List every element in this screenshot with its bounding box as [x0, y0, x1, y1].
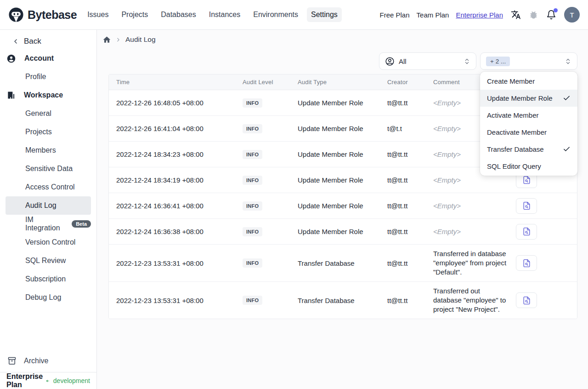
sidebar-item-general[interactable]: General — [6, 104, 91, 123]
audit-comment: Transferred out database "employee" to p… — [433, 282, 516, 319]
speaker-icon — [46, 377, 50, 385]
audit-type-menu: Create MemberUpdate Member RoleActivate … — [480, 72, 577, 176]
sidebar-item-access-control[interactable]: Access Control — [6, 178, 91, 196]
sidebar-item-members[interactable]: Members — [6, 141, 91, 160]
sidebar-item-label: Subscription — [25, 275, 66, 283]
audit-time: 2022-12-26 16:48:05 +08:00 — [116, 99, 243, 107]
menu-item-update-member-role[interactable]: Update Member Role — [480, 90, 577, 107]
sidebar-item-label: Debug Log — [25, 293, 61, 302]
nav-item-instances[interactable]: Instances — [205, 7, 244, 22]
audit-action-cell — [516, 198, 577, 214]
audit-creator: tt@tt.tt — [387, 297, 433, 304]
audit-level-cell: INFO — [243, 296, 298, 305]
brand-name: Bytebase — [28, 8, 77, 22]
sidebar-item-archive[interactable]: Archive — [0, 352, 96, 370]
nav-item-environments[interactable]: Environments — [249, 7, 302, 22]
sidebar-item-sql-review[interactable]: SQL Review — [6, 252, 91, 270]
translate-icon[interactable] — [511, 10, 521, 20]
sidebar-section-workspace: Workspace — [0, 86, 96, 104]
audit-log-page: Bytebase IssuesProjectsDatabasesInstance… — [0, 0, 588, 389]
home-icon[interactable] — [102, 35, 111, 44]
sidebar-item-label: Members — [25, 146, 56, 154]
sidebar-item-label: General — [25, 109, 51, 118]
file-search-icon — [522, 296, 531, 305]
menu-item-label: Deactivate Member — [487, 128, 547, 136]
sidebar-item-sensitive-data[interactable]: Sensitive Data — [6, 160, 91, 178]
menu-item-activate-member[interactable]: Activate Member — [480, 107, 577, 124]
top-navigation: Bytebase IssuesProjectsDatabasesInstance… — [0, 0, 588, 30]
audit-type: Update Member Role — [298, 125, 387, 132]
column-header: Time — [116, 79, 243, 86]
audit-creator: tt@tt.tt — [387, 228, 433, 235]
bug-icon[interactable] — [529, 10, 538, 20]
audit-type: Transfer Database — [298, 297, 387, 304]
audit-comment: Transferred in database "employee" from … — [433, 245, 516, 281]
menu-item-label: SQL Editor Query — [487, 162, 541, 170]
creator-filter-value: All — [399, 57, 459, 65]
nav-item-issues[interactable]: Issues — [83, 7, 113, 22]
view-log-detail-button[interactable] — [516, 198, 537, 214]
view-log-detail-button[interactable] — [516, 292, 537, 308]
audit-time: 2022-12-24 16:36:38 +08:00 — [116, 228, 243, 235]
audit-level-badge: INFO — [243, 258, 262, 268]
sidebar-item-subscription[interactable]: Subscription — [6, 270, 91, 288]
sidebar-item-version-control[interactable]: Version Control — [6, 233, 91, 252]
nav-item-settings[interactable]: Settings — [307, 7, 342, 22]
sidebar-item-label: Audit Log — [25, 201, 57, 210]
breadcrumb-current: Audit Log — [125, 35, 156, 44]
audit-type: Update Member Role — [298, 150, 387, 158]
sidebar-item-debug-log[interactable]: Debug Log — [6, 288, 91, 307]
sidebar-item-audit-log[interactable]: Audit Log — [6, 196, 91, 215]
audit-level-badge: INFO — [243, 150, 262, 159]
menu-item-label: Update Member Role — [487, 94, 553, 102]
current-plan-label[interactable]: Enterprise Plan — [6, 372, 43, 389]
avatar[interactable]: T — [564, 7, 580, 23]
check-icon — [563, 94, 571, 102]
bell-icon[interactable] — [546, 10, 556, 20]
plan-enterprise-plan[interactable]: Enterprise Plan — [456, 11, 503, 19]
audit-type: Transfer Database — [298, 259, 387, 267]
sidebar-item-profile[interactable]: Profile — [6, 68, 91, 86]
menu-item-create-member[interactable]: Create Member — [480, 73, 577, 90]
file-search-icon — [522, 176, 531, 184]
menu-item-transfer-database[interactable]: Transfer Database — [480, 141, 577, 158]
archive-box-icon — [7, 356, 17, 366]
sidebar-item-label: Sensitive Data — [25, 165, 73, 173]
menu-item-label: Create Member — [487, 77, 535, 85]
plan-status-bar: Enterprise Plan development — [0, 372, 96, 389]
sidebar-item-im-integration[interactable]: IM IntegrationBeta — [6, 215, 91, 233]
nav-item-projects[interactable]: Projects — [117, 7, 152, 22]
user-circle-icon — [6, 54, 16, 63]
audit-log-row: 2022-12-23 13:53:31 +08:00INFOTransfer D… — [109, 245, 577, 282]
view-log-detail-button[interactable] — [516, 224, 537, 240]
beta-badge: Beta — [72, 220, 91, 228]
audit-level-cell: INFO — [243, 150, 298, 159]
audit-time: 2022-12-26 16:41:04 +08:00 — [116, 125, 243, 132]
audit-level-badge: INFO — [243, 176, 262, 185]
sidebar-item-label: Access Control — [25, 183, 75, 191]
back-button[interactable]: Back — [0, 34, 96, 49]
environment-label: development — [53, 377, 90, 384]
plan-free-plan[interactable]: Free Plan — [380, 11, 410, 19]
audit-creator: tt@tt.tt — [387, 99, 433, 107]
audit-type-filter-select[interactable]: + 2 ... — [480, 52, 577, 70]
plan-team-plan[interactable]: Team Plan — [417, 11, 449, 19]
nav-item-databases[interactable]: Databases — [157, 7, 200, 22]
audit-level-badge: INFO — [243, 227, 262, 236]
menu-item-sql-editor-query[interactable]: SQL Editor Query — [480, 158, 577, 175]
notification-dot — [554, 8, 558, 12]
view-log-detail-button[interactable] — [516, 255, 537, 271]
sidebar-item-projects[interactable]: Projects — [6, 123, 91, 141]
audit-action-cell — [516, 255, 577, 271]
audit-time: 2022-12-23 13:53:31 +08:00 — [116, 297, 243, 304]
menu-item-label: Activate Member — [487, 111, 539, 119]
bytebase-logo[interactable]: Bytebase — [8, 7, 77, 23]
breadcrumb: Audit Log — [102, 34, 577, 45]
menu-item-deactivate-member[interactable]: Deactivate Member — [480, 124, 577, 141]
person-circle-icon — [385, 57, 395, 66]
chevron-left-icon — [12, 38, 19, 45]
audit-type: Update Member Role — [298, 202, 387, 210]
audit-action-cell — [516, 292, 577, 308]
audit-creator: tt@tt.tt — [387, 176, 433, 184]
creator-filter-select[interactable]: All — [379, 52, 476, 70]
